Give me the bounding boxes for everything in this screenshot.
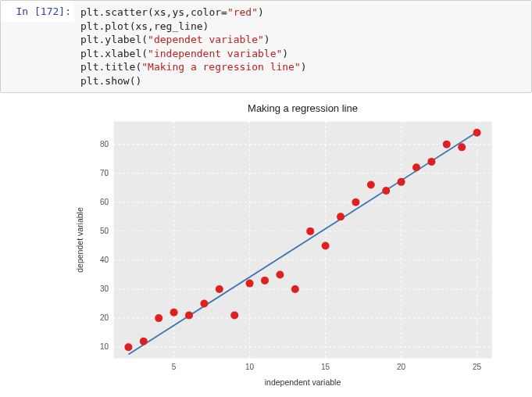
prompt-prefix: In [ [16,5,41,17]
x-tick-label: 20 [397,363,406,371]
scatter-point [140,338,148,345]
scatter-point [412,164,420,172]
y-tick-label: 30 [100,284,109,293]
x-tick-label: 10 [245,363,255,371]
scatter-point [473,129,481,137]
y-tick-label: 10 [100,342,109,351]
exec-count: 172 [41,5,59,17]
scatter-point [382,187,390,195]
y-tick-label: 50 [100,227,109,235]
code-editor[interactable]: plt.scatter(xs,ys,color="red") plt.plot(… [74,1,531,92]
plot-background [113,121,492,359]
output-area: Making a regression line5101520251020304… [0,93,532,390]
scatter-point [352,198,359,206]
scatter-point [276,271,284,279]
x-tick-label: 15 [321,363,330,371]
y-tick-label: 20 [100,313,109,322]
scatter-point [458,144,466,152]
y-tick-label: 40 [100,256,109,264]
chart-output: Making a regression line5101520251020304… [70,93,532,390]
scatter-point [216,285,223,293]
scatter-point [337,213,345,221]
scatter-point [170,309,178,317]
y-axis-label: dependet variable [75,207,84,273]
chart-svg: Making a regression line5101520251020304… [70,101,504,390]
scatter-point [124,343,132,351]
scatter-point [291,285,299,293]
scatter-point [185,312,193,320]
chart-title: Making a regression line [248,102,358,114]
scatter-point [246,280,254,288]
input-prompt: In [172]: [1,1,74,22]
scatter-point [427,158,435,166]
scatter-point [443,141,451,148]
scatter-point [306,227,314,235]
scatter-point [155,314,162,322]
scatter-point [261,277,269,284]
y-tick-label: 60 [100,198,109,206]
x-tick-label: 25 [473,363,482,371]
y-tick-label: 70 [100,169,109,177]
prompt-suffix: ]: [59,5,71,17]
y-tick-label: 80 [100,140,109,148]
scatter-point [230,312,238,320]
output-gutter [0,93,70,390]
scatter-point [322,242,330,250]
scatter-point [398,178,405,186]
code-cell: In [172]: plt.scatter(xs,ys,color="red")… [0,0,532,93]
x-tick-label: 5 [172,363,177,371]
scatter-point [200,300,208,308]
x-axis-label: independent variable [265,377,341,387]
scatter-point [367,181,375,189]
